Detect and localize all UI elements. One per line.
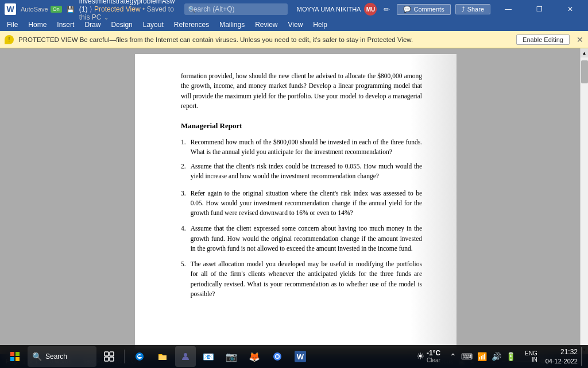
wifi-icon[interactable]: 📶 bbox=[476, 351, 488, 362]
clock[interactable]: 21:32 04-12-2022 bbox=[546, 348, 578, 365]
menu-references[interactable]: References bbox=[169, 20, 214, 30]
autosave-toggle[interactable]: On bbox=[51, 6, 62, 13]
weather-desc: Clear bbox=[427, 357, 440, 364]
list-num-1: 1. bbox=[181, 137, 186, 158]
list-text-1: Recommend how much of the $800,000 shoul… bbox=[191, 137, 422, 158]
menu-home[interactable]: Home bbox=[24, 20, 51, 30]
menu-review[interactable]: Review bbox=[250, 20, 282, 30]
sys-tray: ⌃ ⌨ 📶 🔊 🔋 bbox=[448, 351, 517, 362]
weather-temp: -1°C bbox=[427, 349, 440, 357]
scrollbar[interactable]: ▲ ▼ bbox=[580, 48, 588, 354]
item-4: 4. Assume that the client expressed some… bbox=[181, 224, 422, 254]
menu-draw[interactable]: Draw bbox=[80, 20, 105, 30]
close-button[interactable]: ✕ bbox=[557, 0, 583, 18]
menu-design[interactable]: Design bbox=[106, 20, 137, 30]
svg-rect-2 bbox=[10, 357, 14, 361]
scroll-track bbox=[581, 57, 588, 345]
language-indicator: ENGIN bbox=[525, 350, 537, 363]
svg-point-8 bbox=[184, 353, 187, 356]
taskbar-sep-1 bbox=[124, 350, 125, 363]
volume-icon[interactable]: 🔊 bbox=[490, 351, 502, 362]
search-area: 🔍 bbox=[184, 3, 288, 15]
scroll-up-button[interactable]: ▲ bbox=[581, 48, 589, 57]
mozilla-icon[interactable]: 🦊 bbox=[244, 346, 265, 367]
document-page: formation provided, how should the new c… bbox=[135, 54, 457, 348]
file-explorer-icon[interactable] bbox=[152, 346, 173, 367]
minimize-button[interactable]: — bbox=[495, 0, 521, 18]
lang-text: ENGIN bbox=[525, 350, 537, 363]
list-text-2: Assume that the client's risk index coul… bbox=[191, 162, 422, 182]
document-title: investmentstrategyproblemAsw (1) ⟩ Prote… bbox=[79, 0, 175, 21]
managerial-list: 1. Recommend how much of the $800,000 sh… bbox=[181, 137, 422, 182]
protected-bar: ! PROTECTED VIEW Be careful—files from t… bbox=[0, 31, 588, 48]
autosave-area: AutoSave On bbox=[21, 6, 62, 13]
svg-rect-5 bbox=[110, 352, 114, 356]
item-3: 3. Refer again to the original situation… bbox=[181, 189, 422, 218]
autosave-label: AutoSave bbox=[21, 6, 48, 13]
list-item: 1. Recommend how much of the $800,000 sh… bbox=[181, 137, 422, 158]
chevron-up-icon[interactable]: ⌃ bbox=[448, 351, 458, 362]
weather-icon: ☀ bbox=[416, 351, 424, 362]
taskbar: 🔍 Search 📧 📷 🦊 W bbox=[0, 345, 588, 368]
chrome-icon[interactable] bbox=[267, 346, 288, 367]
item-text-4: Assume that the client expressed some co… bbox=[191, 224, 422, 254]
keyboard-icon[interactable]: ⌨ bbox=[460, 351, 474, 362]
item-num-5: 5. bbox=[181, 259, 186, 299]
edge-icon[interactable] bbox=[129, 346, 150, 367]
comments-icon: 💬 bbox=[403, 6, 411, 13]
save-icon: 💾 bbox=[67, 6, 75, 13]
time-display: 21:32 bbox=[546, 348, 578, 357]
enable-editing-button[interactable]: Enable Editing bbox=[516, 34, 570, 45]
menu-file[interactable]: File bbox=[2, 20, 22, 30]
avatar: MU bbox=[364, 3, 377, 16]
instagram-icon[interactable]: 📷 bbox=[221, 346, 242, 367]
scroll-thumb[interactable] bbox=[581, 60, 588, 83]
section3-area: 3. Refer again to the original situation… bbox=[181, 189, 422, 300]
svg-rect-1 bbox=[16, 352, 20, 356]
menu-bar: File Home Insert Draw Design Layout Refe… bbox=[0, 18, 588, 31]
list-item: 2. Assume that the client's risk index c… bbox=[181, 162, 422, 182]
shield-icon: ! bbox=[5, 35, 14, 44]
item-text-3: Refer again to the original situation wh… bbox=[191, 189, 422, 218]
share-button[interactable]: ⤴ Share bbox=[455, 4, 490, 14]
word-icon: W bbox=[5, 3, 16, 15]
svg-rect-3 bbox=[16, 357, 20, 361]
show-desktop-button[interactable] bbox=[581, 347, 583, 366]
share-icon: ⤴ bbox=[462, 6, 465, 13]
svg-rect-0 bbox=[10, 352, 14, 356]
search-button[interactable]: 🔍 Search bbox=[28, 346, 96, 367]
menu-mailings[interactable]: Mailings bbox=[215, 20, 249, 30]
comments-button[interactable]: 💬 Comments bbox=[397, 4, 450, 15]
start-button[interactable] bbox=[5, 346, 25, 367]
menu-help[interactable]: Help bbox=[308, 20, 332, 30]
list-num-2: 2. bbox=[181, 162, 186, 182]
date-display: 04-12-2022 bbox=[546, 357, 578, 365]
word-taskbar-icon[interactable]: W bbox=[290, 346, 311, 367]
outlook-icon[interactable]: 📧 bbox=[198, 346, 219, 367]
title-bar: W AutoSave On 💾 investmentstrategyproble… bbox=[0, 0, 588, 18]
protected-bar-close[interactable]: ✕ bbox=[577, 35, 583, 44]
left-margin bbox=[0, 48, 11, 354]
item-5: 5. The asset allocation model you develo… bbox=[181, 259, 422, 299]
teams-icon[interactable] bbox=[175, 346, 196, 367]
menu-view[interactable]: View bbox=[284, 20, 308, 30]
taskbar-right: ☀ -1°C Clear ⌃ ⌨ 📶 🔊 🔋 ENGIN 21:32 04-12… bbox=[416, 347, 583, 366]
section-title: Managerial Report bbox=[181, 120, 422, 132]
restore-button[interactable]: ❐ bbox=[526, 0, 552, 18]
menu-layout[interactable]: Layout bbox=[138, 20, 168, 30]
search-icon: 🔍 bbox=[188, 6, 196, 13]
intro-paragraph: formation provided, how should the new c… bbox=[181, 71, 422, 111]
main-area: formation provided, how should the new c… bbox=[0, 48, 588, 354]
item-num-3: 3. bbox=[181, 189, 186, 218]
search-input[interactable] bbox=[184, 3, 288, 15]
edit-icon[interactable]: ✏ bbox=[384, 5, 390, 14]
task-view-button[interactable] bbox=[99, 346, 119, 367]
battery-icon[interactable]: 🔋 bbox=[505, 351, 517, 362]
user-info: MOYYA UMA NIKITHA MU bbox=[297, 3, 377, 16]
protected-message: PROTECTED VIEW Be careful—files from the… bbox=[18, 36, 413, 43]
item-text-5: The asset allocation model you developed… bbox=[191, 259, 422, 299]
document-area[interactable]: formation provided, how should the new c… bbox=[11, 48, 580, 354]
item-num-4: 4. bbox=[181, 224, 186, 254]
svg-rect-4 bbox=[105, 352, 109, 356]
menu-insert[interactable]: Insert bbox=[52, 20, 79, 30]
